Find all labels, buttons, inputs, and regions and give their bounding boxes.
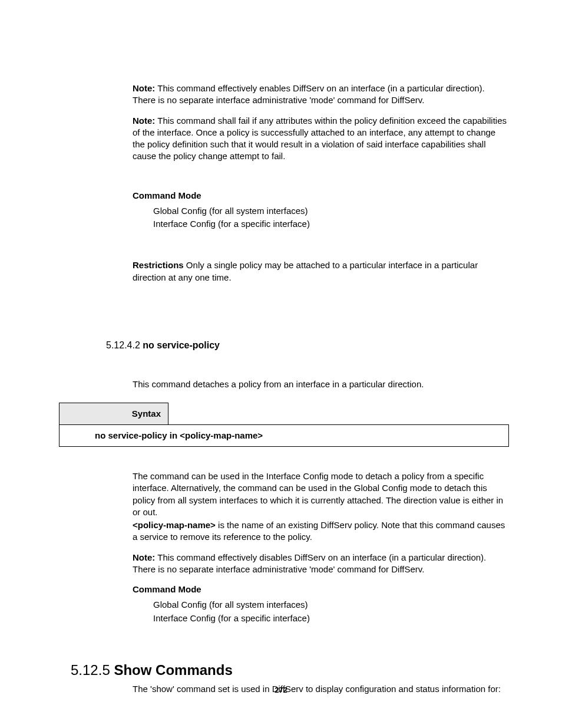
section-intro: This command detaches a policy from an i… [133,378,509,390]
body-text-block: The command can be used in the Interface… [133,470,509,595]
syntax-table: Syntax no service-policy in <policy-map-… [59,403,509,447]
document-page: Note: This command effectively enables D… [0,0,562,695]
body-text-block: This command detaches a policy from an i… [133,378,509,390]
restrictions-paragraph: Restrictions Only a single policy may be… [133,259,509,284]
note-label: Note: [133,552,155,562]
section-number: 5.12.4.2 [106,340,143,350]
note-label: Note: [133,83,155,93]
note-text: This command effectively enables DiffSer… [133,83,485,105]
note-paragraph: Note: This command effectively disables … [133,552,509,576]
body-text-block: Note: This command effectively enables D… [133,83,509,202]
restrictions-text: Only a single policy may be attached to … [133,260,478,282]
section-title: no service-policy [143,340,220,350]
page-number: 272 [0,685,562,696]
restrictions-label: Restrictions [133,260,184,270]
command-mode-heading: Command Mode [133,190,509,202]
paragraph: The command can be used in the Interface… [133,470,509,518]
command-mode-heading: Command Mode [133,584,509,595]
command-mode-item: Interface Config (for a specific interfa… [153,612,509,624]
section-number: 5.12.5 [71,662,114,678]
command-mode-item: Global Config (for all system interfaces… [153,599,509,611]
note-text: This command shall fail if any attribute… [133,116,507,162]
note-paragraph: Note: This command effectively enables D… [133,83,509,107]
section-heading-wrap: 5.12.5 Show Commands [71,661,509,680]
paragraph: <policy-map-name> is the name of an exis… [133,519,509,543]
section-heading-5-12-5: 5.12.5 Show Commands [71,661,509,680]
section-heading-5-12-4-2: 5.12.4.2 no service-policy [106,339,509,352]
section-heading-wrap: 5.12.4.2 no service-policy [106,339,509,352]
command-mode-item: Global Config (for all system interfaces… [153,205,509,217]
note-text: This command effectively disables DiffSe… [133,552,486,574]
syntax-command-cell: no service-policy in <policy-map-name> [59,424,509,446]
command-mode-list: Global Config (for all system interfaces… [153,599,509,624]
command-mode-item: Interface Config (for a specific interfa… [153,218,509,230]
policy-map-name-label: <policy-map-name> [133,520,216,530]
body-text-block: Restrictions Only a single policy may be… [133,231,509,284]
note-label: Note: [133,116,155,126]
note-paragraph: Note: This command shall fail if any att… [133,115,509,163]
syntax-blank-cell [168,403,509,424]
command-mode-list: Global Config (for all system interfaces… [153,205,509,230]
section-title: Show Commands [114,662,232,678]
syntax-label-cell: Syntax [59,403,168,424]
